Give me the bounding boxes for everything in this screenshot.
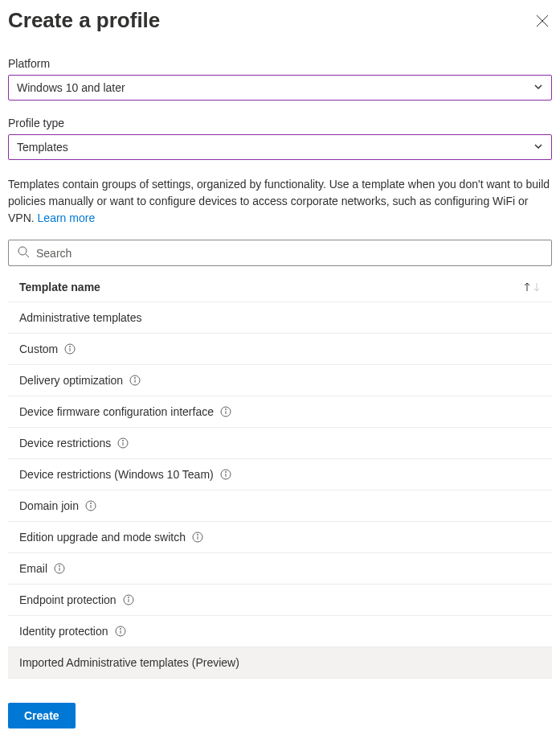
template-row[interactable]: Email [8, 553, 552, 585]
svg-point-11 [135, 378, 136, 379]
info-icon[interactable] [220, 469, 231, 480]
template-name: Device firmware configuration interface [19, 405, 214, 418]
template-name: Email [19, 562, 47, 575]
template-name: Domain join [19, 499, 79, 512]
page-title: Create a profile [8, 8, 160, 33]
info-icon[interactable] [123, 594, 134, 605]
info-icon[interactable] [220, 406, 231, 417]
template-name: Device restrictions [19, 437, 111, 449]
template-name: Administrative templates [19, 311, 142, 324]
create-button[interactable]: Create [8, 703, 76, 728]
svg-point-14 [226, 409, 227, 410]
template-row[interactable]: Device restrictions (Windows 10 Team) [8, 459, 552, 490]
description-text: Templates contain groups of settings, or… [8, 176, 552, 227]
platform-field: Platform Windows 10 and later [8, 57, 552, 101]
template-row[interactable]: Administrative templates [8, 302, 552, 334]
template-row[interactable]: Custom [8, 334, 552, 365]
svg-point-8 [70, 347, 71, 347]
svg-point-35 [120, 629, 121, 630]
dialog-header: Create a profile [8, 8, 552, 33]
template-row[interactable]: Domain join [8, 490, 552, 522]
svg-point-23 [90, 503, 91, 504]
learn-more-link[interactable]: Learn more [38, 211, 96, 224]
template-name: Delivery optimization [19, 374, 123, 387]
template-list: Administrative templatesCustomDelivery o… [8, 302, 552, 679]
platform-label: Platform [8, 57, 552, 70]
svg-point-17 [123, 441, 124, 441]
template-name: Device restrictions (Windows 10 Team) [19, 468, 214, 481]
search-icon [17, 245, 36, 261]
info-icon[interactable] [192, 531, 203, 543]
info-icon[interactable] [117, 437, 129, 449]
svg-point-32 [128, 597, 129, 598]
search-input[interactable] [36, 247, 543, 260]
chevron-down-icon [533, 141, 543, 154]
svg-point-20 [225, 472, 226, 473]
profile-type-label: Profile type [8, 117, 552, 129]
info-icon[interactable] [115, 626, 126, 637]
template-name: Imported Administrative templates (Previ… [19, 656, 239, 669]
column-header-name: Template name [19, 281, 100, 293]
profile-type-value: Templates [17, 141, 68, 154]
info-icon[interactable] [129, 375, 141, 386]
info-icon[interactable] [54, 563, 65, 574]
search-box[interactable] [8, 240, 552, 266]
template-row[interactable]: Identity protection [8, 616, 552, 647]
template-row[interactable]: Delivery optimization [8, 365, 552, 396]
template-name: Edition upgrade and mode switch [19, 531, 186, 544]
svg-line-3 [26, 254, 29, 257]
template-row[interactable]: Device firmware configuration interface [8, 396, 552, 428]
template-row[interactable]: Imported Administrative templates (Previ… [8, 647, 552, 679]
template-name: Endpoint protection [19, 593, 116, 606]
template-row[interactable]: Edition upgrade and mode switch [8, 522, 552, 553]
svg-point-26 [198, 535, 198, 536]
template-name: Custom [19, 343, 58, 355]
sort-control[interactable] [523, 282, 541, 292]
template-name: Identity protection [19, 625, 108, 638]
platform-value: Windows 10 and later [17, 81, 125, 94]
svg-point-2 [18, 247, 27, 255]
info-icon[interactable] [64, 343, 76, 355]
profile-type-select[interactable]: Templates [8, 134, 552, 160]
chevron-down-icon [533, 81, 543, 94]
template-row[interactable]: Device restrictions [8, 428, 552, 459]
svg-point-29 [59, 566, 60, 567]
template-row[interactable]: Endpoint protection [8, 585, 552, 616]
info-icon[interactable] [85, 500, 96, 511]
profile-type-field: Profile type Templates [8, 117, 552, 160]
table-header[interactable]: Template name [8, 273, 552, 302]
close-icon[interactable] [533, 11, 552, 33]
platform-select[interactable]: Windows 10 and later [8, 75, 552, 101]
